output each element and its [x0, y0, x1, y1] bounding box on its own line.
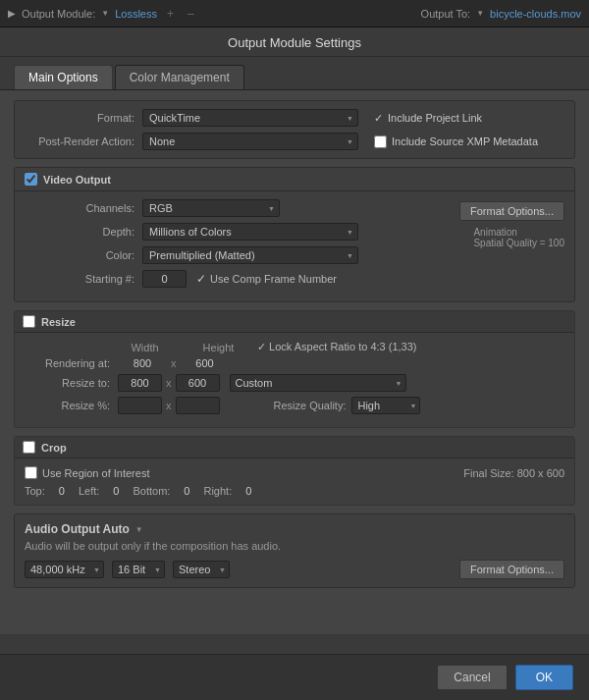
lock-aspect-label: ✓ Lock Aspect Ratio to 4:3 (1,33): [257, 341, 416, 353]
resize-content: Width Height ✓ Lock Aspect Ratio to 4:3 …: [15, 333, 574, 427]
resize-quality-select[interactable]: Low Medium High Best: [351, 397, 420, 414]
resize-percent-height-input[interactable]: [176, 397, 220, 414]
resize-percent-row: Resize %: x Resize Quality: Low Medium H…: [25, 397, 564, 414]
crop-checkbox[interactable]: [23, 441, 35, 454]
bit-depth-wrapper[interactable]: 8 Bit 16 Bit 32 Bit: [112, 561, 165, 578]
tab-main-options[interactable]: Main Options: [14, 65, 113, 89]
main-content: Format: QuickTime AVI MP4 PNG Sequence ✓…: [0, 90, 589, 634]
resize-percent-label: Resize %:: [25, 400, 118, 411]
rendering-at-label: Rendering at:: [25, 357, 118, 369]
depth-row: Depth: Millions of Colors Trillions of C…: [25, 223, 358, 241]
audio-channels-select[interactable]: Mono Stereo: [173, 561, 230, 578]
resize-preset-wrapper[interactable]: Custom 720x480 1280x720 1920x1080: [230, 374, 406, 392]
crop-section: Crop Use Region of Interest Final Size: …: [14, 436, 575, 506]
cancel-button[interactable]: Cancel: [437, 665, 507, 690]
format-label: Format:: [25, 112, 142, 124]
use-roi-checkbox[interactable]: [25, 466, 37, 479]
resize-section: Resize Width Height ✓ Lock Aspect Ratio …: [14, 310, 575, 428]
depth-select-wrapper[interactable]: Millions of Colors Trillions of Colors: [142, 223, 358, 241]
channels-wrapper[interactable]: Mono Stereo: [173, 561, 230, 578]
crop-top-row: Use Region of Interest Final Size: 800 x…: [25, 466, 564, 479]
audio-controls: 22,050 kHz 44,100 kHz 48,000 kHz 8 Bit 1…: [25, 560, 564, 579]
crop-top-value: 0: [59, 485, 65, 497]
video-output-header: Video Output: [15, 168, 574, 191]
final-size-label: Final Size: 800 x 600: [463, 467, 564, 479]
crop-left-value: 0: [113, 485, 119, 497]
resize-to-row: Resize to: x Custom 720x480 1280x720 192…: [25, 374, 564, 392]
resize-quality-wrapper[interactable]: Low Medium High Best: [351, 397, 420, 414]
video-output-label: Video Output: [43, 174, 111, 186]
sample-rate-wrapper[interactable]: 22,050 kHz 44,100 kHz 48,000 kHz: [25, 561, 104, 578]
include-xmp-container: Include Source XMP Metadata: [374, 135, 538, 148]
starting-hash-input[interactable]: [142, 270, 187, 288]
crop-label: Crop: [41, 442, 67, 454]
resize-preset-select[interactable]: Custom 720x480 1280x720 1920x1080: [230, 374, 406, 392]
separator-plus[interactable]: +: [167, 7, 174, 21]
output-module-dropdown-arrow: ▼: [101, 9, 109, 18]
include-project-link-label: Include Project Link: [388, 112, 482, 124]
channels-select[interactable]: RGB RGBA: [142, 199, 280, 217]
separator-minus[interactable]: –: [187, 7, 194, 21]
audio-label: Audio Output Auto: [25, 522, 130, 536]
include-project-link-check: ✓: [374, 112, 383, 125]
color-select-wrapper[interactable]: Premultiplied (Matted) Straight (Unmatte…: [142, 246, 358, 264]
play-arrow-icon: ▶: [8, 8, 16, 19]
starting-hash-row: Starting #: ✓ Use Comp Frame Number: [25, 270, 358, 288]
audio-dropdown-arrow[interactable]: ▼: [135, 525, 143, 534]
use-roi-label: Use Region of Interest: [42, 467, 149, 479]
color-label: Color:: [25, 249, 142, 261]
rendering-at-height: 600: [181, 357, 230, 369]
resize-to-height-input[interactable]: [176, 374, 220, 392]
post-render-label: Post-Render Action:: [25, 135, 142, 147]
quality-info: Animation Spatial Quality = 100: [473, 227, 564, 248]
crop-right-label: Right:: [203, 485, 232, 497]
output-module-value[interactable]: Lossless: [115, 8, 157, 20]
video-output-checkbox[interactable]: [25, 173, 37, 186]
sample-rate-select[interactable]: 22,050 kHz 44,100 kHz 48,000 kHz: [25, 561, 104, 578]
channels-row: Channels: RGB RGBA: [25, 199, 358, 217]
bit-depth-select[interactable]: 8 Bit 16 Bit 32 Bit: [112, 561, 165, 578]
resize-to-label: Resize to:: [25, 377, 118, 389]
use-comp-frame-check: ✓: [196, 272, 206, 286]
color-select[interactable]: Premultiplied (Matted) Straight (Unmatte…: [142, 246, 358, 264]
use-roi-container: Use Region of Interest: [25, 466, 149, 479]
video-output-section: Video Output Channels: RGB RGBA: [14, 167, 575, 302]
channels-label: Channels:: [25, 202, 142, 214]
tab-bar: Main Options Color Management: [0, 57, 589, 90]
format-select-wrapper[interactable]: QuickTime AVI MP4 PNG Sequence: [142, 109, 358, 127]
post-render-row: Post-Render Action: None Import Import &…: [25, 133, 564, 150]
resize-col-headers: Width Height ✓ Lock Aspect Ratio to 4:3 …: [118, 341, 564, 353]
resize-label: Resize: [41, 316, 76, 328]
x-sep-percent: x: [166, 400, 172, 411]
color-row: Color: Premultiplied (Matted) Straight (…: [25, 246, 358, 264]
ok-button[interactable]: OK: [515, 665, 573, 690]
video-output-content: Channels: RGB RGBA Depth:: [15, 191, 574, 301]
rendering-at-row: Rendering at: 800 x 600: [25, 357, 564, 369]
rendering-at-width: 800: [118, 357, 167, 369]
resize-to-width-input[interactable]: [118, 374, 162, 392]
output-to-value[interactable]: bicycle-clouds.mov: [490, 8, 581, 20]
resize-quality-label: Resize Quality:: [274, 400, 347, 411]
output-to-dropdown-arrow: ▼: [476, 9, 484, 18]
include-xmp-checkbox[interactable]: [374, 135, 387, 148]
post-render-select[interactable]: None Import Import & Replace Usage: [142, 133, 358, 150]
post-render-select-wrapper[interactable]: None Import Import & Replace Usage: [142, 133, 358, 150]
resize-section-header: Resize: [15, 311, 574, 333]
use-comp-frame-label: Use Comp Frame Number: [210, 273, 337, 285]
starting-hash-label: Starting #:: [25, 273, 142, 285]
top-bar: ▶ Output Module: ▼ Lossless + – Output T…: [0, 0, 589, 27]
crop-bottom-label: Bottom:: [133, 485, 170, 497]
channels-select-wrapper[interactable]: RGB RGBA: [142, 199, 280, 217]
crop-values-row: Top: 0 Left: 0 Bottom: 0 Right: 0: [25, 485, 564, 497]
resize-percent-width-input[interactable]: [118, 397, 162, 414]
format-select[interactable]: QuickTime AVI MP4 PNG Sequence: [142, 109, 358, 127]
crop-bottom-value: 0: [184, 485, 189, 497]
video-format-options-button[interactable]: Format Options...: [459, 201, 564, 221]
crop-top-label: Top:: [25, 485, 45, 497]
tab-color-management[interactable]: Color Management: [115, 65, 244, 89]
bottom-bar: Cancel OK: [0, 654, 589, 700]
resize-checkbox[interactable]: [23, 315, 35, 328]
audio-format-options-button[interactable]: Format Options...: [459, 560, 564, 579]
depth-select[interactable]: Millions of Colors Trillions of Colors: [142, 223, 358, 241]
crop-section-header: Crop: [15, 437, 574, 458]
